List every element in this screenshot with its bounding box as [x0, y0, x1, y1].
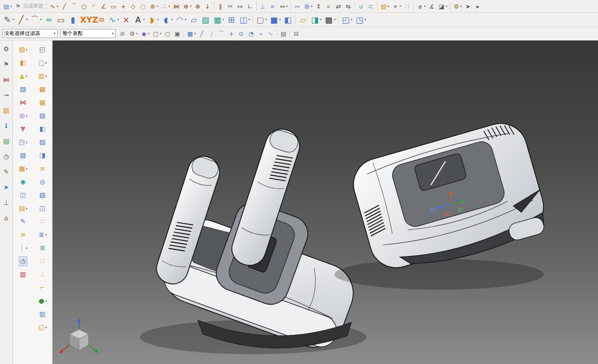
dropdown-arrow-icon[interactable]: ▾	[171, 18, 173, 21]
text-icon[interactable]: A▾	[132, 14, 146, 25]
dropdown-arrow-icon[interactable]: ▾	[143, 18, 145, 21]
dropdown-arrow-icon[interactable]: ▾	[45, 300, 47, 303]
sphere-select-icon[interactable]: ○	[163, 28, 173, 39]
export-arrow-icon[interactable]: ➤	[463, 1, 473, 12]
dropdown-arrow-icon[interactable]: ▾	[26, 114, 27, 118]
gold-stack-icon[interactable]: ≡	[38, 164, 47, 174]
mirror-bowtie-icon[interactable]: ⋈	[19, 98, 27, 108]
dropdown-arrow-icon[interactable]: ▾	[26, 18, 28, 21]
blue-sphere-icon[interactable]: ◎	[38, 177, 47, 187]
dropdown-arrow-icon[interactable]: ▾	[26, 141, 27, 144]
blue-stack-icon[interactable]: ◫	[38, 204, 47, 213]
blue-box-5-icon[interactable]: ▧	[38, 190, 47, 200]
convert-reference-icon[interactable]: ⇄	[334, 1, 343, 12]
polygon-icon[interactable]: ◇	[128, 1, 138, 12]
arc-center-icon[interactable]: ⊙	[236, 28, 246, 39]
dropdown-arrow-icon[interactable]: ▾	[223, 18, 224, 21]
view-orientation-cube[interactable]	[59, 318, 99, 353]
measure-icon[interactable]: ⌀▾	[415, 1, 427, 12]
dropdown-arrow-icon[interactable]: ▾	[45, 61, 47, 65]
dropdown-arrow-icon[interactable]: ▾	[169, 5, 170, 8]
dropdown-arrow-icon[interactable]: ▾	[26, 167, 27, 171]
arc-tool-icon[interactable]: ⌒▾	[29, 14, 43, 25]
blue-cube-icon[interactable]: ▧	[19, 84, 27, 94]
pattern-curve-icon[interactable]: ∴▾	[160, 1, 172, 12]
dropdown-arrow-icon[interactable]: ▾	[26, 247, 27, 250]
dropdown-arrow-icon[interactable]: ▾	[26, 207, 27, 210]
green-circle-icon[interactable]: ●▾	[37, 296, 48, 306]
rapid-dimension-icon[interactable]: ↔▾	[278, 1, 290, 12]
graphics-viewport[interactable]: ZC XC YC	[53, 41, 598, 364]
cross-curve-icon[interactable]: ×	[120, 14, 132, 25]
project-curve-icon[interactable]: ↓	[203, 1, 213, 12]
dropdown-arrow-icon[interactable]: ▾	[157, 18, 159, 21]
pink-cone-icon[interactable]: ▼	[19, 124, 27, 134]
window-new-icon[interactable]: ◳▾	[354, 14, 368, 25]
dropdown-arrow-icon[interactable]: ▾	[148, 32, 150, 35]
orange-dots-icon[interactable]: ∷	[38, 256, 47, 266]
keyin-icon[interactable]: ⊸	[2, 90, 10, 100]
blue-box-4-icon[interactable]: ◨	[38, 151, 47, 160]
dropdown-arrow-icon[interactable]: ▾	[311, 5, 313, 8]
pattern-component-icon[interactable]: ∷	[402, 1, 412, 12]
cube-select-icon[interactable]: ▣	[173, 28, 182, 39]
sketch-file-icon[interactable]: ▤▾	[1, 1, 13, 12]
dropdown-arrow-icon[interactable]: ▾	[45, 326, 47, 329]
dashed-rect-icon[interactable]: ▢▾	[254, 14, 268, 25]
component-select-icon[interactable]: ◆▾	[139, 28, 151, 39]
tan-plane-icon[interactable]: ▱	[297, 14, 309, 25]
existing-point-icon[interactable]: ∘	[256, 28, 266, 39]
cube-icon[interactable]: ◧	[282, 14, 294, 25]
dropdown-arrow-icon[interactable]: ▾	[279, 18, 281, 21]
annotate-pen-icon[interactable]: ✎	[2, 167, 10, 177]
dropdown-arrow-icon[interactable]: ▾	[45, 75, 47, 78]
dropdown-arrow-icon[interactable]: ▾	[388, 5, 390, 8]
fillet-icon[interactable]: ◜	[89, 1, 99, 12]
datum-triangle-icon[interactable]: ▲▾	[18, 71, 28, 81]
columns-icon[interactable]: ▦	[38, 84, 47, 94]
blue-book-icon[interactable]: ▥	[38, 309, 47, 319]
info-icon[interactable]: ℹ	[2, 121, 10, 131]
restrict-selection-icon[interactable]: ▢▾	[151, 28, 163, 39]
color-palette-icon[interactable]: ▧	[2, 105, 10, 116]
open-profile-icon[interactable]: ∪	[356, 1, 366, 12]
tools-gear-icon[interactable]: ⚙▾	[451, 1, 463, 12]
book-icon[interactable]: ▥▾	[37, 71, 48, 81]
shaded-cube-icon[interactable]: ■▾	[268, 14, 282, 25]
blue-box-1-icon[interactable]: ▧	[38, 111, 47, 121]
dropdown-arrow-icon[interactable]: ▾	[334, 18, 336, 21]
arc-icon[interactable]: ⌒	[69, 1, 79, 12]
make-corner-icon[interactable]: ∟	[245, 1, 255, 12]
red-book-icon[interactable]: ▥	[19, 270, 27, 280]
manipulator-icon[interactable]: ⊥	[2, 198, 10, 208]
dropdown-arrow-icon[interactable]: ▾	[157, 5, 158, 8]
point-icon[interactable]: +	[118, 1, 128, 12]
dropdown-arrow-icon[interactable]: ▾	[351, 18, 352, 21]
copy-stack-icon[interactable]: ◫	[19, 190, 27, 200]
list-icon[interactable]: ▤	[278, 28, 288, 39]
swept-icon[interactable]: ◠▾	[174, 14, 188, 25]
dropdown-arrow-icon[interactable]: ▾	[40, 18, 42, 21]
teal-sphere-icon[interactable]: ◉	[19, 177, 27, 187]
rectangle-icon[interactable]: ▭	[108, 1, 118, 12]
no-selection-icon[interactable]: ⊘	[117, 28, 127, 39]
direct-sketch-icon[interactable]: ✎▾	[1, 14, 15, 25]
add-component-icon[interactable]: ▧▾	[18, 45, 28, 55]
dropdown-arrow-icon[interactable]: ▾	[460, 5, 462, 8]
step-shelf-2-icon[interactable]: ≣	[38, 243, 47, 253]
purple-sphere-icon[interactable]: ◎▾	[18, 111, 28, 121]
relations-browser-icon[interactable]: ∝	[324, 1, 334, 12]
intersection-point-icon[interactable]: ⊕▾	[181, 1, 193, 12]
control-point-icon[interactable]: ⌒	[217, 28, 226, 39]
dropdown-arrow-icon[interactable]: ▾	[26, 48, 27, 52]
shoe-dryer-left-model[interactable]	[140, 125, 366, 355]
dropdown-arrow-icon[interactable]: ▾	[10, 5, 12, 8]
quadrant-point-icon[interactable]: ◔	[246, 28, 256, 39]
point-on-curve-icon[interactable]: ∿	[266, 28, 276, 39]
add-existing-curve-icon[interactable]: ⊂	[366, 1, 376, 12]
blank-page-icon[interactable]: ▢▾	[37, 58, 48, 68]
sequence-icon[interactable]: ⋮▾	[18, 243, 28, 253]
offset-curve-icon[interactable]: ⊚▾	[148, 1, 160, 12]
spline-icon[interactable]: ∿▾	[48, 1, 60, 12]
box-stack-icon[interactable]: ▦▾	[18, 164, 28, 174]
